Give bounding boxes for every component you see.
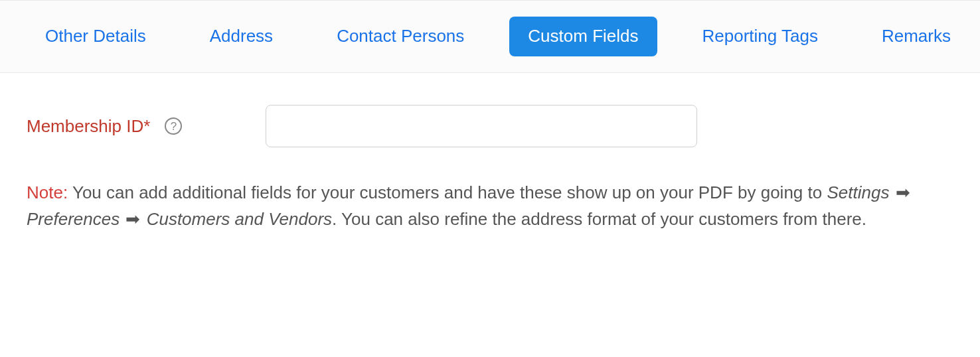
- path-customers-vendors: Customers and Vendors: [147, 209, 332, 229]
- tab-address[interactable]: Address: [191, 17, 291, 56]
- tab-content: Membership ID* ? Note: You can add addit…: [0, 73, 980, 233]
- field-row-membership-id: Membership ID* ?: [27, 105, 953, 147]
- note-text-before: You can add additional fields for your c…: [72, 182, 827, 202]
- arrow-icon: ➡: [894, 179, 912, 206]
- page: Other Details Address Contact Persons Cu…: [0, 0, 980, 357]
- path-settings: Settings: [827, 182, 889, 202]
- field-label: Membership ID*: [27, 116, 150, 137]
- help-icon[interactable]: ?: [165, 117, 182, 135]
- tab-contact-persons[interactable]: Contact Persons: [318, 17, 483, 56]
- field-label-wrap: Membership ID* ?: [27, 116, 266, 137]
- arrow-icon: ➡: [124, 206, 141, 232]
- tab-bar: Other Details Address Contact Persons Cu…: [0, 1, 980, 73]
- note-prefix: Note:: [27, 182, 68, 202]
- path-suffix: .: [332, 209, 337, 229]
- tab-custom-fields[interactable]: Custom Fields: [509, 17, 657, 56]
- membership-id-input[interactable]: [266, 105, 697, 147]
- tab-other-details[interactable]: Other Details: [27, 17, 165, 56]
- tab-reporting-tags[interactable]: Reporting Tags: [684, 17, 837, 56]
- tab-remarks[interactable]: Remarks: [863, 17, 969, 56]
- path-preferences: Preferences: [27, 209, 120, 229]
- tabs: Other Details Address Contact Persons Cu…: [27, 1, 980, 72]
- note: Note: You can add additional fields for …: [27, 179, 943, 233]
- note-text-after: You can also refine the address format o…: [341, 209, 866, 229]
